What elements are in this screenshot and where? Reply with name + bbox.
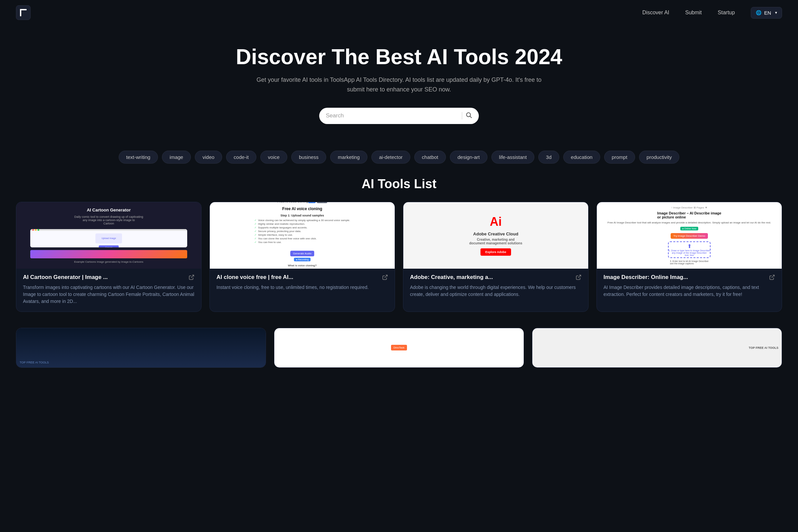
card-title-voice: AI clone voice free | free AI...: [216, 274, 388, 281]
tag-chatbot[interactable]: chatbot: [414, 151, 446, 164]
nav-startup[interactable]: Startup: [718, 10, 735, 16]
section-title: AI Tools List: [0, 177, 798, 191]
search-button[interactable]: [466, 112, 472, 120]
adobe-logo: Ai: [469, 215, 522, 229]
search-input[interactable]: [326, 112, 458, 119]
navbar: Discover AI Submit Startup 🌐 EN ▾: [0, 0, 798, 25]
bottom-card-3[interactable]: TOP FREE AI TOOLS: [532, 328, 782, 368]
globe-icon: 🌐: [756, 10, 761, 15]
card-body-imgdesc: Image Describer: Online Imag... AI Image…: [597, 269, 782, 305]
external-link-icon-3: [575, 274, 582, 280]
external-link-icon-4: [769, 274, 775, 280]
card-cartoon-generator[interactable]: AI Cartoon Generator Daily comic tool to…: [16, 202, 202, 312]
card-body-voice: AI clone voice free | free AI... Instant…: [210, 269, 395, 298]
card-image-adobe: Ai Adobe Creative Cloud Creative, market…: [403, 202, 588, 269]
card-title-cartoon: AI Cartoon Generator | Image ...: [23, 274, 194, 281]
lang-label: EN: [764, 10, 771, 16]
card-image-imgdesc: ↑ Image Describer ⊞ Pages ▼ Image Descri…: [597, 202, 782, 269]
bottom-thumb-2: DinoTask: [274, 328, 524, 367]
card-desc-cartoon: Transform images into captivating cartoo…: [23, 284, 194, 305]
card-image-describer[interactable]: ↑ Image Describer ⊞ Pages ▼ Image Descri…: [596, 202, 782, 312]
svg-rect-1: [20, 9, 26, 10]
bottom-card-1[interactable]: TOP FREE AI TOOLS: [16, 328, 266, 368]
tag-prompt[interactable]: prompt: [604, 151, 635, 164]
svg-line-3: [470, 116, 472, 118]
nav-links: Discover AI Submit Startup 🌐 EN ▾: [642, 7, 782, 19]
tag-text-writing[interactable]: text-writing: [119, 151, 158, 164]
nav-submit[interactable]: Submit: [685, 10, 702, 16]
cards-grid: AI Cartoon Generator Daily comic tool to…: [0, 202, 798, 328]
tags-container: text-writing image video code-it voice b…: [0, 151, 798, 177]
card-body-adobe: Adobe: Creative, marketing a... Adobe is…: [403, 269, 588, 305]
tag-video[interactable]: video: [195, 151, 222, 164]
chevron-down-icon: ▾: [775, 10, 777, 15]
card-voice-clone[interactable]: Free AI voice cloning Help ▶ Topic Free …: [209, 202, 395, 312]
tag-productivity[interactable]: productivity: [639, 151, 680, 164]
svg-line-4: [191, 275, 194, 278]
card-title-imgdesc: Image Describer: Online Imag...: [604, 274, 775, 281]
search-container: [16, 108, 782, 124]
card-title-adobe: Adobe: Creative, marketing a...: [410, 274, 582, 281]
svg-line-7: [772, 275, 774, 278]
bottom-cards-row: TOP FREE AI TOOLS DinoTask TOP FREE AI T…: [0, 328, 798, 384]
tag-3d[interactable]: 3d: [538, 151, 559, 164]
card-desc-adobe: Adobe is changing the world through digi…: [410, 284, 582, 298]
language-selector[interactable]: 🌐 EN ▾: [751, 7, 782, 19]
tag-image[interactable]: image: [162, 151, 191, 164]
card-adobe[interactable]: Ai Adobe Creative Cloud Creative, market…: [403, 202, 589, 312]
bottom-card-2[interactable]: DinoTask: [274, 328, 524, 368]
hero-title: Discover The Best AI Tools 2024: [16, 45, 782, 69]
search-divider: [462, 112, 462, 119]
tag-code-it[interactable]: code-it: [226, 151, 256, 164]
external-link-icon: [189, 274, 194, 280]
tag-ai-detector[interactable]: ai-detector: [372, 151, 410, 164]
nav-discover[interactable]: Discover AI: [642, 10, 669, 16]
hero-section: Discover The Best AI Tools 2024 Get your…: [0, 25, 798, 151]
tag-voice[interactable]: voice: [260, 151, 287, 164]
card-body-cartoon: AI Cartoon Generator | Image ... Transfo…: [16, 269, 201, 311]
tag-marketing[interactable]: marketing: [330, 151, 367, 164]
tag-education[interactable]: education: [563, 151, 600, 164]
tag-life-assistant[interactable]: life-assistant: [491, 151, 534, 164]
card-desc-imgdesc: AI Image Describer provides detailed ima…: [604, 284, 775, 298]
search-bar: [319, 108, 479, 124]
svg-line-6: [578, 275, 581, 278]
bottom-thumb-1: TOP FREE AI TOOLS: [16, 328, 266, 367]
external-link-icon-2: [382, 274, 388, 280]
tag-business[interactable]: business: [291, 151, 326, 164]
card-image-cartoon: AI Cartoon Generator Daily comic tool to…: [16, 202, 201, 269]
search-icon: [466, 112, 472, 118]
hero-subtitle: Get your favorite AI tools in ToolsApp A…: [249, 75, 549, 94]
svg-line-5: [385, 275, 387, 278]
tag-design-art[interactable]: design-art: [450, 151, 488, 164]
card-image-voice: Free AI voice cloning Help ▶ Topic Free …: [210, 202, 395, 269]
bottom-thumb-3: TOP FREE AI TOOLS: [532, 328, 782, 367]
card-desc-voice: Instant voice cloning, free to use, unli…: [216, 284, 388, 291]
site-logo[interactable]: [16, 5, 31, 20]
